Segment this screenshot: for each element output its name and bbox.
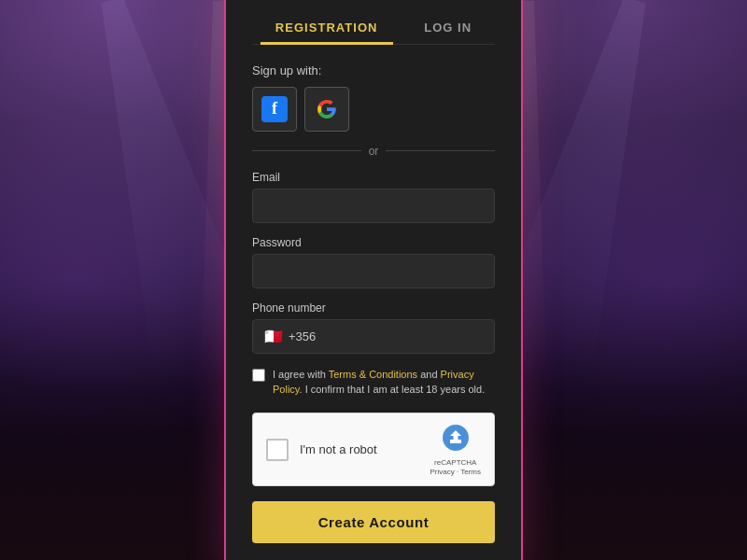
phone-input-wrapper: 🇲🇹 +356	[252, 319, 495, 354]
divider-line-left	[252, 150, 361, 151]
email-label: Email	[252, 171, 495, 184]
recaptcha-logo-icon	[430, 423, 481, 458]
recaptcha-links: Privacy · Terms	[430, 468, 481, 477]
agreement-text-middle: and	[417, 369, 440, 380]
auth-tabs: REGISTRATION LOG IN	[252, 13, 495, 45]
agreement-text-after: . I confirm that I am at least 18 years …	[300, 384, 486, 395]
google-icon	[314, 96, 340, 122]
facebook-icon: f	[261, 96, 288, 122]
email-field-group: Email	[252, 171, 495, 223]
agreement-text: I agree with Terms & Conditions and Priv…	[273, 367, 495, 398]
phone-input[interactable]	[321, 329, 483, 343]
recaptcha-checkbox[interactable]	[266, 439, 289, 461]
facebook-login-button[interactable]: f	[252, 87, 297, 132]
or-text: or	[369, 145, 379, 158]
recaptcha-widget[interactable]: I'm not a robot reCAPTCHA Privacy · Term…	[252, 413, 495, 486]
google-login-button[interactable]	[304, 87, 349, 132]
signup-with-label: Sign up with:	[252, 63, 495, 77]
recaptcha-label: I'm not a robot	[300, 442, 377, 456]
recaptcha-right: reCAPTCHA Privacy · Terms	[430, 423, 481, 476]
country-flag: 🇲🇹	[264, 328, 283, 345]
agreement-checkbox[interactable]	[252, 369, 265, 382]
or-divider: or	[252, 145, 495, 158]
phone-label: Phone number	[252, 301, 495, 315]
recaptcha-left: I'm not a robot	[266, 439, 377, 461]
social-buttons-group: f	[252, 87, 495, 132]
password-label: Password	[252, 236, 495, 249]
agreement-row: I agree with Terms & Conditions and Priv…	[252, 367, 495, 398]
tab-login[interactable]: LOG IN	[409, 13, 486, 45]
divider-line-right	[386, 150, 495, 151]
terms-link[interactable]: Terms & Conditions	[329, 369, 417, 380]
password-input[interactable]	[252, 254, 495, 288]
registration-modal: REGISTRATION LOG IN Sign up with: f or	[224, 0, 523, 560]
phone-field-group: Phone number 🇲🇹 +356	[252, 301, 495, 354]
create-account-button[interactable]: Create Account	[252, 501, 495, 543]
email-input[interactable]	[252, 189, 495, 223]
agreement-text-before: I agree with	[273, 369, 329, 380]
recaptcha-brand-text: reCAPTCHA	[430, 458, 481, 468]
tab-registration[interactable]: REGISTRATION	[261, 13, 393, 45]
phone-prefix: +356	[289, 329, 316, 343]
password-field-group: Password	[252, 236, 495, 288]
